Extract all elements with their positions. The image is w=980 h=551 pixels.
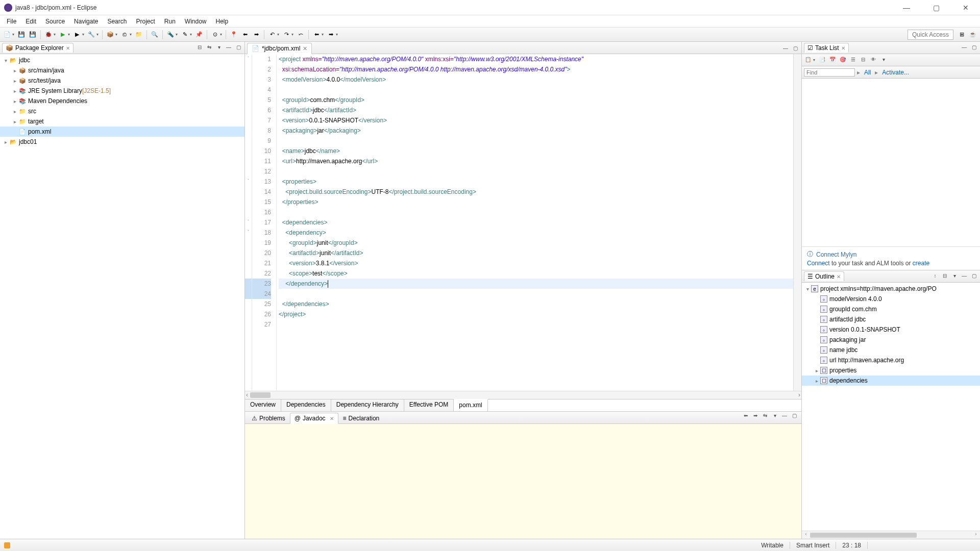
close-icon[interactable]: ✕: [841, 45, 845, 51]
toggle-mark-button[interactable]: ✎: [180, 30, 190, 40]
perspective-open-button[interactable]: ⊞: [957, 30, 967, 40]
tree-project-jdbc01[interactable]: ▸📂jdbc01: [0, 137, 244, 147]
nav-back-button[interactable]: ⬅: [311, 30, 322, 40]
close-icon[interactable]: ✕: [66, 45, 70, 51]
editor-tab-overview[interactable]: Overview: [245, 399, 281, 411]
minimize-view-icon[interactable]: —: [960, 273, 968, 280]
filter-icon[interactable]: ⊟: [941, 273, 949, 280]
tree-item[interactable]: ▸📚JRE System Library [J2SE-1.5]: [0, 86, 244, 96]
outline-item[interactable]: ⬨packaging jar: [802, 335, 980, 345]
outline-item[interactable]: ⬨artifactId jdbc: [802, 314, 980, 324]
save-all-button[interactable]: 💾: [28, 30, 38, 40]
java-perspective-button[interactable]: ☕: [968, 30, 978, 40]
package-explorer-tree[interactable]: ▾📂jdbc ▸📦src/main/java▸📦src/test/java▸📚J…: [0, 54, 244, 539]
code-editor[interactable]: ---- 12345678910111213141516171819202122…: [245, 54, 801, 391]
vertical-scrollbar[interactable]: [793, 54, 801, 391]
menu-file[interactable]: File: [2, 16, 21, 27]
editor-tab-pom.xml[interactable]: pom.xml: [454, 399, 487, 411]
schedule-icon[interactable]: 📅: [828, 57, 837, 64]
menu-run[interactable]: Run: [160, 16, 180, 27]
panel-tab-problems[interactable]: ⚠Problems: [247, 413, 290, 424]
link-editor-icon[interactable]: ⇆: [205, 44, 213, 52]
outline-item[interactable]: ▸☐dependencies: [802, 375, 980, 386]
back-button[interactable]: ⬅: [240, 30, 250, 40]
last-edit-button[interactable]: ⤺: [296, 30, 306, 40]
outline-item[interactable]: ⬨modelVersion 4.0.0: [802, 294, 980, 304]
horizontal-scrollbar[interactable]: ‹›: [245, 391, 801, 399]
next-annotation-button[interactable]: ↷: [281, 30, 291, 40]
close-button[interactable]: ✕: [955, 4, 976, 12]
editor-tab-dependency-hierarchy[interactable]: Dependency Hierarchy: [331, 399, 404, 411]
outline-tab[interactable]: ☰ Outline ✕: [804, 271, 844, 281]
tree-item[interactable]: ▸📦src/main/java: [0, 65, 244, 76]
maximize-editor-icon[interactable]: ▢: [791, 45, 799, 53]
outline-item[interactable]: ▸☐properties: [802, 365, 980, 375]
maximize-view-icon[interactable]: ▢: [234, 44, 242, 52]
collapse-all-icon[interactable]: ⊟: [195, 44, 204, 52]
task-activate-link[interactable]: Activate...: [882, 69, 909, 76]
minimize-view-icon[interactable]: —: [225, 44, 233, 52]
hide-icon[interactable]: 👁: [869, 57, 877, 64]
editor-tab-effective-pom[interactable]: Effective POM: [404, 399, 454, 411]
link-icon[interactable]: ⇆: [761, 413, 769, 420]
nav-back-icon[interactable]: ⬅: [742, 413, 750, 420]
view-menu-icon[interactable]: ▾: [879, 57, 888, 64]
open-type-button[interactable]: 🔍: [150, 30, 160, 40]
maximize-view-icon[interactable]: ▢: [970, 273, 978, 280]
create-link[interactable]: create: [913, 260, 929, 267]
search-button[interactable]: 🔦: [165, 30, 176, 40]
menu-project[interactable]: Project: [131, 16, 159, 27]
minimize-editor-icon[interactable]: —: [781, 45, 790, 53]
annotation-button[interactable]: 📌: [194, 30, 204, 40]
view-menu-icon[interactable]: ▾: [771, 413, 779, 420]
minimize-view-icon[interactable]: —: [960, 44, 968, 52]
quick-access[interactable]: Quick Access: [908, 30, 953, 40]
editor-tab-dependencies[interactable]: Dependencies: [281, 399, 331, 411]
panel-tab-javadoc[interactable]: @Javadoc✕: [290, 413, 338, 424]
prev-annotation-button[interactable]: ↶: [267, 30, 277, 40]
tree-project-jdbc[interactable]: ▾📂jdbc: [0, 55, 244, 65]
panel-tab-declaration[interactable]: ≡Declaration: [338, 413, 384, 424]
save-button[interactable]: 💾: [16, 30, 27, 40]
view-menu-icon[interactable]: ▾: [215, 44, 223, 52]
close-icon[interactable]: ✕: [303, 45, 307, 52]
outline-hscroll[interactable]: ‹ ›: [802, 531, 980, 539]
outline-item[interactable]: ⬨version 0.0.1-SNAPSHOT: [802, 324, 980, 335]
outline-tree[interactable]: ▾eproject xmlns=http://maven.apache.org/…: [802, 283, 980, 531]
run-button[interactable]: ▶: [58, 30, 68, 40]
new-button[interactable]: 📄: [2, 30, 12, 40]
maximize-panel-icon[interactable]: ▢: [790, 413, 798, 420]
package-explorer-tab[interactable]: 📦 Package Explorer ✕: [2, 43, 74, 53]
categorize-icon[interactable]: 📑: [818, 57, 826, 64]
nav-fwd-icon[interactable]: ➡: [751, 413, 760, 420]
run-last-button[interactable]: ▶: [72, 30, 82, 40]
debug-button[interactable]: 🐞: [43, 30, 54, 40]
pin-button[interactable]: 📍: [229, 30, 239, 40]
task-all-link[interactable]: All: [864, 69, 871, 76]
menu-edit[interactable]: Edit: [21, 16, 41, 27]
maximize-view-icon[interactable]: ▢: [970, 44, 978, 52]
new-task-icon[interactable]: 📋: [804, 57, 812, 64]
menu-source[interactable]: Source: [41, 16, 69, 27]
new-class-button[interactable]: ©: [119, 30, 130, 40]
outline-root[interactable]: ▾eproject xmlns=http://maven.apache.org/…: [802, 284, 980, 294]
tree-item[interactable]: ▸📦src/test/java: [0, 76, 244, 86]
tree-item[interactable]: ▸📚Maven Dependencies: [0, 96, 244, 106]
forward-button[interactable]: ➡: [251, 30, 261, 40]
menu-search[interactable]: Search: [103, 16, 131, 27]
tree-item[interactable]: 📄pom.xml: [0, 127, 244, 137]
task-find-input[interactable]: [804, 68, 855, 77]
view-menu-icon[interactable]: ▾: [950, 273, 959, 280]
focus-icon[interactable]: 🎯: [839, 57, 847, 64]
sort-icon[interactable]: ↕: [931, 273, 939, 280]
outline-item[interactable]: ⬨url http://maven.apache.org: [802, 355, 980, 365]
task-button[interactable]: ⊙: [210, 30, 220, 40]
tree-item[interactable]: ▸📁target: [0, 116, 244, 127]
minimize-panel-icon[interactable]: —: [780, 413, 789, 420]
outline-item[interactable]: ⬨groupId com.chm: [802, 304, 980, 314]
editor-tab-pom[interactable]: 📄 *jdbc/pom.xml ✕: [247, 43, 312, 54]
minimize-button[interactable]: —: [896, 4, 917, 12]
tree-item[interactable]: ▸📁src: [0, 106, 244, 116]
new-package-button[interactable]: 📦: [105, 30, 115, 40]
outline-item[interactable]: ⬨name jdbc: [802, 345, 980, 355]
